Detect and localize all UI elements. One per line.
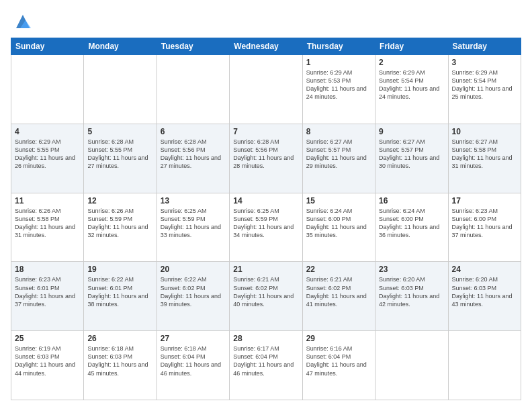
- day-number: 11: [15, 196, 80, 205]
- day-number: 3: [452, 58, 517, 67]
- day-info: Sunrise: 6:22 AM Sunset: 6:01 PM Dayligh…: [87, 275, 152, 308]
- day-number: 17: [452, 196, 517, 205]
- day-number: 7: [233, 127, 298, 136]
- calendar-table: SundayMondayTuesdayWednesdayThursdayFrid…: [11, 38, 521, 400]
- day-info: Sunrise: 6:23 AM Sunset: 6:00 PM Dayligh…: [452, 207, 517, 240]
- day-info: Sunrise: 6:27 AM Sunset: 5:57 PM Dayligh…: [379, 138, 444, 171]
- calendar-cell: 24Sunrise: 6:20 AM Sunset: 6:03 PM Dayli…: [448, 262, 521, 331]
- calendar-cell: 21Sunrise: 6:21 AM Sunset: 6:02 PM Dayli…: [230, 262, 302, 331]
- day-info: Sunrise: 6:21 AM Sunset: 6:02 PM Dayligh…: [233, 275, 298, 308]
- calendar-cell: [448, 331, 521, 400]
- day-info: Sunrise: 6:20 AM Sunset: 6:03 PM Dayligh…: [379, 275, 444, 308]
- day-info: Sunrise: 6:22 AM Sunset: 6:02 PM Dayligh…: [161, 275, 226, 308]
- calendar-week-row: 25Sunrise: 6:19 AM Sunset: 6:03 PM Dayli…: [11, 331, 521, 400]
- day-info: Sunrise: 6:29 AM Sunset: 5:54 PM Dayligh…: [452, 68, 517, 101]
- calendar-cell: 6Sunrise: 6:28 AM Sunset: 5:56 PM Daylig…: [157, 124, 229, 193]
- calendar-cell: 5Sunrise: 6:28 AM Sunset: 5:55 PM Daylig…: [84, 124, 157, 193]
- day-info: Sunrise: 6:24 AM Sunset: 6:00 PM Dayligh…: [306, 207, 371, 240]
- calendar-day-header: Sunday: [11, 38, 84, 55]
- day-info: Sunrise: 6:26 AM Sunset: 5:59 PM Dayligh…: [87, 207, 152, 240]
- calendar-header-row: SundayMondayTuesdayWednesdayThursdayFrid…: [11, 38, 521, 55]
- calendar-cell: 17Sunrise: 6:23 AM Sunset: 6:00 PM Dayli…: [448, 193, 521, 262]
- calendar-cell: 8Sunrise: 6:27 AM Sunset: 5:57 PM Daylig…: [302, 124, 375, 193]
- day-number: 9: [379, 127, 444, 136]
- calendar-week-row: 11Sunrise: 6:26 AM Sunset: 5:58 PM Dayli…: [11, 193, 521, 262]
- day-info: Sunrise: 6:29 AM Sunset: 5:53 PM Dayligh…: [306, 68, 371, 101]
- calendar-cell: 12Sunrise: 6:26 AM Sunset: 5:59 PM Dayli…: [84, 193, 157, 262]
- day-number: 19: [87, 265, 152, 274]
- day-number: 18: [15, 265, 80, 274]
- day-info: Sunrise: 6:27 AM Sunset: 5:57 PM Dayligh…: [306, 138, 371, 171]
- day-number: 22: [306, 265, 371, 274]
- day-number: 4: [15, 127, 80, 136]
- calendar-cell: 4Sunrise: 6:29 AM Sunset: 5:55 PM Daylig…: [11, 124, 84, 193]
- day-number: 23: [379, 265, 444, 274]
- day-info: Sunrise: 6:18 AM Sunset: 6:04 PM Dayligh…: [161, 345, 226, 377]
- calendar-cell: 13Sunrise: 6:25 AM Sunset: 5:59 PM Dayli…: [157, 193, 229, 262]
- calendar-cell: [230, 55, 302, 124]
- calendar-cell: 22Sunrise: 6:21 AM Sunset: 6:02 PM Dayli…: [302, 262, 375, 331]
- day-number: 24: [452, 265, 517, 274]
- day-number: 5: [87, 127, 152, 136]
- calendar-cell: 10Sunrise: 6:27 AM Sunset: 5:58 PM Dayli…: [448, 124, 521, 193]
- calendar-cell: 28Sunrise: 6:17 AM Sunset: 6:04 PM Dayli…: [230, 331, 302, 400]
- day-number: 20: [161, 265, 226, 274]
- calendar-cell: 20Sunrise: 6:22 AM Sunset: 6:02 PM Dayli…: [157, 262, 229, 331]
- calendar-cell: [11, 55, 84, 124]
- calendar-cell: 14Sunrise: 6:25 AM Sunset: 5:59 PM Dayli…: [230, 193, 302, 262]
- day-number: 8: [306, 127, 371, 136]
- calendar-cell: 23Sunrise: 6:20 AM Sunset: 6:03 PM Dayli…: [375, 262, 448, 331]
- day-number: 1: [306, 58, 371, 67]
- day-info: Sunrise: 6:24 AM Sunset: 6:00 PM Dayligh…: [379, 207, 444, 240]
- day-number: 6: [161, 127, 226, 136]
- day-info: Sunrise: 6:28 AM Sunset: 5:55 PM Dayligh…: [87, 138, 152, 171]
- calendar-cell: 7Sunrise: 6:28 AM Sunset: 5:56 PM Daylig…: [230, 124, 302, 193]
- calendar-day-header: Monday: [84, 38, 157, 55]
- day-number: 29: [306, 334, 371, 343]
- day-info: Sunrise: 6:28 AM Sunset: 5:56 PM Dayligh…: [233, 138, 298, 171]
- day-info: Sunrise: 6:18 AM Sunset: 6:03 PM Dayligh…: [87, 345, 152, 377]
- day-info: Sunrise: 6:28 AM Sunset: 5:56 PM Dayligh…: [161, 138, 226, 171]
- day-info: Sunrise: 6:16 AM Sunset: 6:04 PM Dayligh…: [306, 345, 371, 377]
- calendar-day-header: Thursday: [302, 38, 375, 55]
- day-info: Sunrise: 6:19 AM Sunset: 6:03 PM Dayligh…: [15, 345, 80, 377]
- calendar-day-header: Friday: [375, 38, 448, 55]
- day-number: 14: [233, 196, 298, 205]
- day-number: 21: [233, 265, 298, 274]
- header: [11, 11, 521, 31]
- day-number: 13: [161, 196, 226, 205]
- day-number: 10: [452, 127, 517, 136]
- day-info: Sunrise: 6:20 AM Sunset: 6:03 PM Dayligh…: [452, 275, 517, 308]
- calendar-cell: 15Sunrise: 6:24 AM Sunset: 6:00 PM Dayli…: [302, 193, 375, 262]
- day-info: Sunrise: 6:27 AM Sunset: 5:58 PM Dayligh…: [452, 138, 517, 171]
- calendar-day-header: Wednesday: [230, 38, 302, 55]
- calendar-cell: [157, 55, 229, 124]
- calendar-week-row: 4Sunrise: 6:29 AM Sunset: 5:55 PM Daylig…: [11, 124, 521, 193]
- calendar-cell: 1Sunrise: 6:29 AM Sunset: 5:53 PM Daylig…: [302, 55, 375, 124]
- day-info: Sunrise: 6:23 AM Sunset: 6:01 PM Dayligh…: [15, 275, 80, 308]
- day-info: Sunrise: 6:29 AM Sunset: 5:54 PM Dayligh…: [379, 68, 444, 101]
- day-number: 28: [233, 334, 298, 343]
- calendar-week-row: 18Sunrise: 6:23 AM Sunset: 6:01 PM Dayli…: [11, 262, 521, 331]
- day-number: 16: [379, 196, 444, 205]
- day-number: 25: [15, 334, 80, 343]
- day-info: Sunrise: 6:17 AM Sunset: 6:04 PM Dayligh…: [233, 345, 298, 377]
- day-info: Sunrise: 6:26 AM Sunset: 5:58 PM Dayligh…: [15, 207, 80, 240]
- calendar-body: 1Sunrise: 6:29 AM Sunset: 5:53 PM Daylig…: [11, 55, 521, 400]
- day-info: Sunrise: 6:25 AM Sunset: 5:59 PM Dayligh…: [161, 207, 226, 240]
- calendar-cell: [84, 55, 157, 124]
- calendar-cell: 29Sunrise: 6:16 AM Sunset: 6:04 PM Dayli…: [302, 331, 375, 400]
- day-number: 27: [161, 334, 226, 343]
- calendar-cell: 16Sunrise: 6:24 AM Sunset: 6:00 PM Dayli…: [375, 193, 448, 262]
- calendar-cell: 19Sunrise: 6:22 AM Sunset: 6:01 PM Dayli…: [84, 262, 157, 331]
- day-number: 26: [87, 334, 152, 343]
- calendar-day-header: Saturday: [448, 38, 521, 55]
- calendar-cell: 26Sunrise: 6:18 AM Sunset: 6:03 PM Dayli…: [84, 331, 157, 400]
- day-info: Sunrise: 6:29 AM Sunset: 5:55 PM Dayligh…: [15, 138, 80, 171]
- calendar-cell: 27Sunrise: 6:18 AM Sunset: 6:04 PM Dayli…: [157, 331, 229, 400]
- day-info: Sunrise: 6:21 AM Sunset: 6:02 PM Dayligh…: [306, 275, 371, 308]
- day-number: 15: [306, 196, 371, 205]
- day-number: 12: [87, 196, 152, 205]
- calendar-cell: [375, 331, 448, 400]
- logo-icon: [13, 12, 32, 31]
